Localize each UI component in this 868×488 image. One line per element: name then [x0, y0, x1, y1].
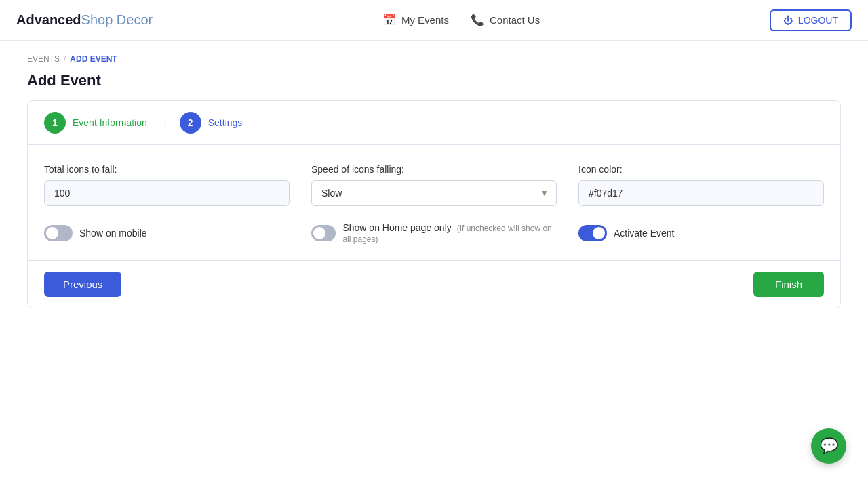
- logo-light: Shop Decor: [81, 12, 153, 28]
- logout-label: LOGOUT: [798, 15, 838, 26]
- show-home-slider: [311, 225, 336, 241]
- show-home-toggle[interactable]: [311, 225, 336, 241]
- form-inputs-row: Total icons to fall: Speed of icons fall…: [44, 164, 824, 206]
- icons-label: Total icons to fall:: [44, 164, 290, 175]
- activate-slider: [578, 225, 607, 241]
- step-1-label: Event Information: [73, 117, 147, 128]
- icons-group: Total icons to fall:: [44, 164, 290, 206]
- color-label: Icon color:: [578, 164, 824, 175]
- icons-input[interactable]: [44, 180, 290, 206]
- logo-bold: Advanced: [16, 12, 81, 28]
- my-events-nav[interactable]: 📅 My Events: [382, 14, 449, 26]
- logout-button[interactable]: ⏻ LOGOUT: [770, 9, 852, 31]
- speed-group: Speed of icons falling: Slow Medium Fast…: [311, 164, 557, 206]
- breadcrumb: EVENTS / ADD EVENT: [27, 54, 841, 64]
- my-events-label: My Events: [401, 14, 449, 26]
- show-home-label: Show on Home page only (If unchecked wil…: [342, 222, 557, 244]
- stepper: 1 Event Information → 2 Settings: [28, 101, 840, 145]
- step-2[interactable]: 2 Settings: [180, 112, 243, 134]
- speed-select-wrapper: Slow Medium Fast ▼: [311, 180, 557, 206]
- show-home-top: Show on Home page only (If unchecked wil…: [311, 222, 557, 244]
- header: Advanced Shop Decor 📅 My Events 📞 Contac…: [0, 0, 868, 41]
- activate-group: Activate Event: [578, 225, 824, 241]
- breadcrumb-current: ADD EVENT: [70, 54, 117, 64]
- step-2-circle: 2: [180, 112, 201, 134]
- main-nav: 📅 My Events 📞 Contact Us: [382, 14, 540, 26]
- show-home-group: Show on Home page only (If unchecked wil…: [311, 222, 557, 244]
- color-group: Icon color:: [578, 164, 824, 206]
- previous-button[interactable]: Previous: [44, 272, 121, 297]
- breadcrumb-separator: /: [64, 54, 66, 64]
- step-1[interactable]: 1 Event Information: [44, 112, 147, 134]
- page-title: Add Event: [0, 68, 868, 100]
- show-mobile-slider: [44, 225, 73, 241]
- step-1-circle: 1: [44, 112, 66, 134]
- toggle-row: Show on mobile Show on Home page only (I…: [44, 222, 824, 244]
- activate-label: Activate Event: [614, 228, 675, 239]
- logo: Advanced Shop Decor: [16, 12, 153, 28]
- show-mobile-toggle[interactable]: [44, 225, 73, 241]
- power-icon: ⏻: [783, 15, 793, 26]
- step-2-label: Settings: [208, 117, 243, 128]
- step-arrow: →: [158, 117, 169, 129]
- finish-button[interactable]: Finish: [753, 272, 824, 297]
- show-mobile-group: Show on mobile: [44, 225, 290, 241]
- phone-icon: 📞: [471, 14, 484, 26]
- main-card: 1 Event Information → 2 Settings Total i…: [27, 100, 841, 308]
- breadcrumb-parent[interactable]: EVENTS: [27, 54, 60, 64]
- color-input[interactable]: [578, 180, 824, 206]
- speed-select[interactable]: Slow Medium Fast: [311, 180, 557, 206]
- activate-toggle[interactable]: [578, 225, 607, 241]
- breadcrumb-section: EVENTS / ADD EVENT: [0, 41, 868, 68]
- contact-us-nav[interactable]: 📞 Contact Us: [471, 14, 540, 26]
- contact-us-label: Contact Us: [490, 14, 540, 26]
- calendar-icon: 📅: [382, 14, 396, 26]
- speed-label: Speed of icons falling:: [311, 164, 557, 175]
- form-area: Total icons to fall: Speed of icons fall…: [28, 145, 840, 260]
- show-mobile-label: Show on mobile: [79, 228, 147, 239]
- card-footer: Previous Finish: [28, 260, 840, 308]
